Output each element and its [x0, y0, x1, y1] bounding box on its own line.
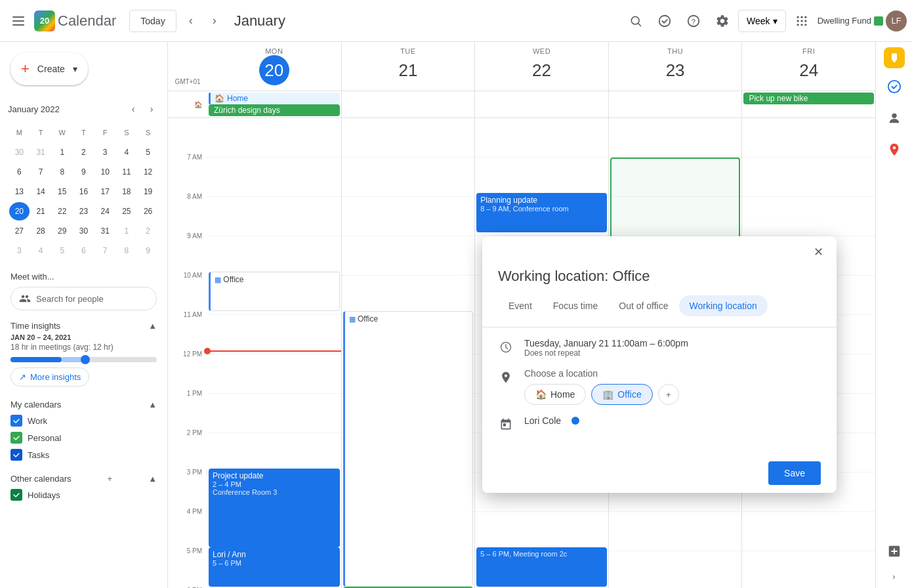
- popup-body: Tuesday, January 21 11:00am – 6:00pm Doe…: [482, 327, 837, 453]
- popup-overlay: ✕ Working location: Office Event Focus t…: [0, 0, 912, 588]
- popup-datetime: Tuesday, January 21 11:00am – 6:00pm: [524, 338, 688, 348]
- popup-location-row: Choose a location 🏠 Home 🏢 Office +: [498, 368, 821, 405]
- tab-focus-time[interactable]: Focus time: [543, 295, 608, 316]
- popup-tabs: Event Focus time Out of office Working l…: [482, 295, 837, 327]
- tab-out-of-office[interactable]: Out of office: [608, 295, 678, 316]
- tab-working-location[interactable]: Working location: [679, 295, 768, 316]
- location-add-button[interactable]: +: [658, 384, 679, 405]
- location-icon: [498, 369, 514, 385]
- popup-repeat: Does not repeat: [524, 348, 688, 358]
- location-office-button[interactable]: 🏢 Office: [591, 384, 652, 405]
- clock-icon: [498, 339, 514, 355]
- popup-title: Working location: Office: [482, 268, 837, 295]
- location-home-button[interactable]: 🏠 Home: [524, 384, 586, 405]
- calendar-icon: [498, 417, 514, 432]
- calendar-owner-row: Lori Cole: [524, 415, 579, 426]
- tab-event[interactable]: Event: [498, 295, 543, 316]
- save-button[interactable]: Save: [768, 461, 821, 485]
- location-buttons: 🏠 Home 🏢 Office +: [524, 384, 679, 405]
- calendar-owner-dot: [571, 417, 579, 425]
- calendar-owner-name: Lori Cole: [524, 415, 561, 426]
- location-label: Choose a location: [524, 368, 679, 379]
- popup-footer: Save: [482, 453, 837, 493]
- popup-datetime-row: Tuesday, January 21 11:00am – 6:00pm Doe…: [498, 338, 821, 358]
- popup-calendar-row: Lori Cole: [498, 415, 821, 432]
- working-location-popup: ✕ Working location: Office Event Focus t…: [482, 236, 837, 493]
- popup-close-button[interactable]: ✕: [808, 242, 829, 262]
